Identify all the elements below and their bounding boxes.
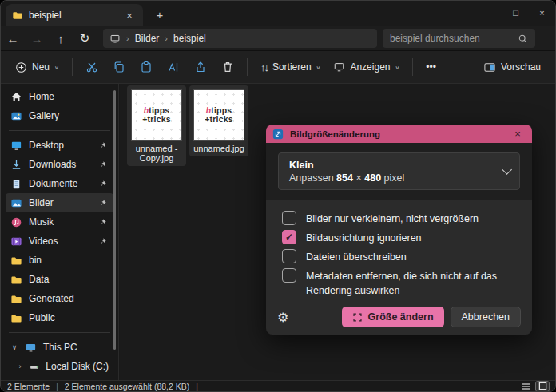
checkbox-row-overwrite-files[interactable]: Dateien überschreiben [282,249,520,264]
details-view-button[interactable] [520,382,533,391]
pin-icon [98,199,107,208]
navigation-bar: ← → ↑ ↻ › Bilder › beispiel beispiel dur… [1,26,555,50]
sidebar-scrollbar[interactable] [113,90,116,350]
folder-icon [10,274,22,286]
new-tab-button[interactable]: + [151,8,169,22]
chevron-right-icon[interactable]: › [17,362,23,370]
checkbox-row-remove-metadata[interactable]: Metadaten entfernen, die sich nicht auf … [282,268,520,298]
dialog-title-bar[interactable]: Bildgrößenänderung × [266,125,532,143]
sidebar-item-label: Public [29,312,55,323]
close-button[interactable]: × [529,1,555,25]
chevron-down-icon: ∨ [395,64,399,69]
checkbox[interactable]: ✓ [282,230,296,244]
sidebar-item-data[interactable]: Data [6,270,113,289]
search-placeholder: beispiel durchsuchen [390,33,518,44]
new-button[interactable]: Neu ∨ [9,57,66,78]
thumbnail-view-button[interactable] [536,382,549,391]
breadcrumb-separator: › [126,34,129,43]
checkbox[interactable] [282,268,296,283]
file-unnamed[interactable]: htipps +tricks unnamed.jpg [189,85,248,156]
more-options-button[interactable]: ••• [419,57,443,77]
sidebar-divider [9,332,110,333]
checkbox[interactable] [282,249,296,263]
dialog-options-section: Bilder nur verkleinern, nicht vergrößern… [266,200,532,335]
view-button-label: Anzeigen [350,61,390,73]
address-bar[interactable]: › Bilder › beispiel [103,29,377,48]
downloads-icon [10,159,22,171]
navigation-pane: Home Gallery Desktop Downloads Dokumente… [1,84,119,380]
minimize-button[interactable]: — [476,1,502,25]
this-pc-icon [25,342,37,354]
check-icon: ✓ [285,232,293,243]
tab-close-icon[interactable]: × [122,8,137,22]
paste-button[interactable] [133,56,159,78]
sidebar-item-label: This PC [43,342,77,353]
sidebar-item-local-disk[interactable]: › Local Disk (C:) [12,357,113,376]
share-button[interactable] [188,56,213,78]
breadcrumb-bilder[interactable]: Bilder [135,33,160,44]
image-resizer-dialog: Bildgrößenänderung × Klein Anpassen 854 … [266,125,532,335]
status-divider: | [56,382,58,391]
view-button[interactable]: Anzeigen ∨ [327,57,406,77]
sidebar-item-generated[interactable]: Generated [6,289,113,308]
settings-gear-icon[interactable]: ⚙ [277,310,288,325]
back-button[interactable]: ← [1,32,25,46]
sidebar-item-label: Musik [29,216,54,228]
checkbox[interactable] [282,211,296,225]
breadcrumb-separator: › [165,34,168,43]
new-button-label: Neu [32,61,50,73]
preview-button-label: Vorschau [501,61,541,73]
up-button[interactable]: ↑ [49,32,73,46]
pin-icon [98,160,107,169]
sidebar-item-bin[interactable]: bin [6,251,113,270]
sidebar-item-label: Videos [29,236,58,247]
preset-name: Klein [289,159,502,172]
breadcrumb-beispiel[interactable]: beispiel [173,33,206,44]
checkbox-label: Bilder nur verkleinern, nicht vergrößern [306,211,479,226]
explorer-tab[interactable]: beispiel × [6,4,143,26]
chevron-down-icon[interactable]: ∨ [10,343,18,351]
sidebar-item-desktop[interactable]: Desktop [6,136,113,155]
sidebar-item-public[interactable]: Public [6,308,113,327]
status-bar: 2 Elemente | 2 Elemente ausgewählt (88,2… [1,380,555,391]
this-pc-icon [109,34,121,44]
rename-button[interactable] [161,56,186,78]
file-unnamed-copy[interactable]: htipps +tricks unnamed - Copy.jpg [127,85,186,166]
checkbox-row-ignore-orientation[interactable]: ✓ Bildausrichtung ignorieren [282,230,520,245]
delete-button[interactable] [215,56,240,78]
paste-icon [140,61,153,73]
dialog-close-icon[interactable]: × [510,128,526,140]
cancel-button[interactable]: Abbrechen [451,307,521,327]
checkbox-label: Dateien überschreiben [306,249,407,264]
pin-icon [98,237,107,246]
copy-icon [113,61,125,73]
sidebar-item-musik[interactable]: Musik [6,212,113,232]
sidebar-item-bilder[interactable]: Bilder [6,193,113,212]
search-input[interactable]: beispiel durchsuchen [383,29,535,48]
thumbnail-view-icon [538,382,547,390]
chevron-down-icon: ∨ [54,64,59,69]
sidebar-item-dokumente[interactable]: Dokumente [6,174,113,193]
sidebar-item-label: Bilder [29,197,54,208]
sidebar-item-this-pc[interactable]: ∨ This PC [6,338,113,357]
refresh-button[interactable]: ↻ [73,31,97,46]
sidebar-item-gallery[interactable]: Gallery [6,106,113,125]
sidebar-item-label: Home [29,91,54,102]
sort-button[interactable]: ↑↓ Sortieren ∨ [254,57,328,78]
checkbox-row-shrink-only[interactable]: Bilder nur verkleinern, nicht vergrößern [282,211,520,226]
copy-button[interactable] [106,56,132,78]
size-preset-dropdown[interactable]: Klein Anpassen 854 × 480 pixel [278,152,520,190]
sidebar-item-downloads[interactable]: Downloads [6,155,113,174]
resize-button[interactable]: Größe ändern [342,307,444,327]
sidebar-item-videos[interactable]: Videos [6,232,113,251]
forward-button[interactable]: → [25,32,49,46]
cut-button[interactable] [79,56,105,78]
sort-arrows-icon: ↑↓ [260,61,268,73]
image-thumbnail: htipps +tricks [193,89,244,141]
document-icon [10,178,22,190]
preview-toggle-button[interactable]: Vorschau [477,57,547,78]
pin-icon [98,218,107,227]
maximize-button[interactable]: □ [502,1,529,25]
sidebar-item-home[interactable]: Home [6,87,113,106]
dialog-preset-section: Klein Anpassen 854 × 480 pixel [266,143,532,200]
